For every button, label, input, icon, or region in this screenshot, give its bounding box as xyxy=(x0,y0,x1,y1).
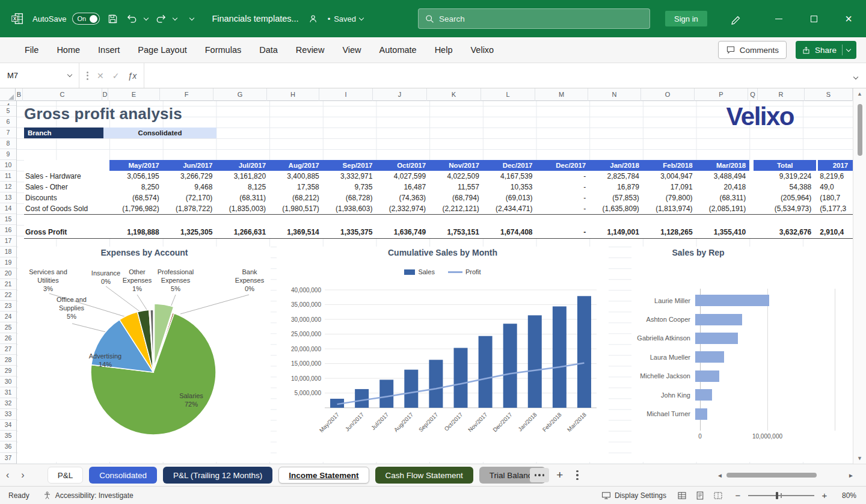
value-cell[interactable]: 1,753,151 xyxy=(429,228,483,236)
ribbon-tab-automate[interactable]: Automate xyxy=(370,37,426,63)
page-break-preview-icon[interactable] xyxy=(713,491,723,500)
zoom-out-button[interactable]: − xyxy=(734,490,742,500)
branch-value-cell[interactable]: Consolidated xyxy=(103,128,216,138)
column-header-nov-2017[interactable]: Nov/2017 xyxy=(429,160,483,171)
zoom-slider-thumb[interactable] xyxy=(776,492,778,499)
select-all-corner[interactable] xyxy=(0,88,16,101)
row-header-25[interactable]: 25 xyxy=(0,322,16,333)
sheet-tab-consolidated[interactable]: Consolidated xyxy=(89,467,157,484)
row-header-11[interactable]: 11 xyxy=(0,171,16,182)
document-title[interactable]: Financials templates... xyxy=(212,14,298,23)
row-header-13[interactable]: 13 xyxy=(0,192,16,203)
row-header-8[interactable]: 8 xyxy=(0,138,16,149)
value-cell[interactable]: 3,056,195 xyxy=(109,172,163,180)
value-cell[interactable]: (1,980,517) xyxy=(269,204,323,213)
column-header-aug-2017[interactable]: Aug/2017 xyxy=(269,160,323,171)
close-button[interactable]: × xyxy=(831,0,866,37)
share-button[interactable]: Share xyxy=(796,41,856,59)
value-cell[interactable]: (72,170) xyxy=(163,194,216,202)
value-cell[interactable]: 1,325,305 xyxy=(163,228,216,236)
inking-pen-icon[interactable] xyxy=(729,12,742,25)
column-header-H[interactable]: H xyxy=(267,88,319,101)
sheet-tab-p-l-trailing-12-months[interactable]: P&L (Trailing 12 Months) xyxy=(163,467,272,484)
column-header-dec-2017[interactable]: Dec/2017 xyxy=(536,160,590,171)
column-header-mar-2018[interactable]: Mar/2018 xyxy=(696,160,750,171)
value-cell[interactable]: 8,250 xyxy=(109,183,163,191)
row-header-18[interactable]: 18 xyxy=(0,247,16,257)
value-cell[interactable]: (68,311) xyxy=(696,194,750,202)
column-header-jan-2018[interactable]: Jan/2018 xyxy=(589,160,643,171)
value-cell[interactable]: (1,878,722) xyxy=(163,204,216,213)
column-header-2017[interactable]: 2017 xyxy=(818,160,853,171)
excel-app-icon[interactable]: X xyxy=(11,12,24,25)
quick-access-toolbar-chevron-icon[interactable] xyxy=(189,15,194,20)
total-cell[interactable]: (5,534,973) xyxy=(754,204,816,213)
horizontal-scrollbar-thumb[interactable] xyxy=(726,473,817,478)
column-header-I[interactable]: I xyxy=(319,88,373,101)
tab-bar-options-icon[interactable] xyxy=(570,470,585,481)
value-cell[interactable]: - xyxy=(536,204,590,213)
ribbon-tab-insert[interactable]: Insert xyxy=(89,37,129,63)
column-header-total[interactable]: Total xyxy=(754,160,816,171)
sheet-tab-p-l[interactable]: P&L xyxy=(48,467,84,484)
value-cell[interactable]: (57,853) xyxy=(589,194,643,202)
column-header-feb-2018[interactable]: Feb/2018 xyxy=(643,160,696,171)
value-cell[interactable]: (68,794) xyxy=(429,194,483,202)
collaborators-icon[interactable] xyxy=(307,12,321,25)
value-cell[interactable]: 9,468 xyxy=(163,183,216,191)
row-header-19[interactable]: 19 xyxy=(0,257,16,268)
value-cell[interactable]: (69,013) xyxy=(483,194,536,202)
row-header-28[interactable]: 28 xyxy=(0,355,16,366)
row-header-14[interactable]: 14 xyxy=(0,203,16,214)
scroll-right-icon[interactable]: ► xyxy=(844,472,858,479)
column-header-O[interactable]: O xyxy=(641,88,695,101)
value-cell[interactable]: 1,128,265 xyxy=(643,228,696,236)
name-box[interactable]: M7 xyxy=(0,63,79,88)
column-header-M[interactable]: M xyxy=(535,88,588,101)
ribbon-tab-data[interactable]: Data xyxy=(250,37,287,63)
row-header-15[interactable]: 15 xyxy=(0,214,16,225)
value-cell[interactable]: (68,311) xyxy=(216,194,269,202)
year-cell[interactable]: (5,177,3 xyxy=(818,204,853,213)
scroll-down-icon[interactable]: ▼ xyxy=(853,455,866,461)
value-cell[interactable]: 16,487 xyxy=(376,183,429,191)
display-settings-button[interactable]: Display Settings xyxy=(601,491,666,500)
column-header-G[interactable]: G xyxy=(213,88,267,101)
value-cell[interactable]: (68,728) xyxy=(323,194,376,202)
undo-dropdown-icon[interactable] xyxy=(144,15,149,20)
ribbon-tab-view[interactable]: View xyxy=(333,37,370,63)
value-cell[interactable]: (74,363) xyxy=(376,194,429,202)
year-cell[interactable]: 49,0 xyxy=(818,183,853,191)
value-cell[interactable]: 3,332,971 xyxy=(323,172,376,180)
ribbon-tab-review[interactable]: Review xyxy=(287,37,334,63)
column-header-K[interactable]: K xyxy=(427,88,481,101)
row-label[interactable]: Sales - Other xyxy=(24,183,109,191)
previous-sheet-icon[interactable]: ‹ xyxy=(0,470,15,481)
value-cell[interactable]: (2,212,121) xyxy=(429,204,483,213)
value-cell[interactable]: 1,335,375 xyxy=(323,228,376,236)
value-cell[interactable]: 17,358 xyxy=(269,183,323,191)
value-cell[interactable]: (1,796,982) xyxy=(109,204,163,213)
sheet-tab-income-statement[interactable]: Income Statement xyxy=(278,467,369,484)
total-cell[interactable]: (205,964) xyxy=(754,194,816,202)
row-header-7[interactable]: 7 xyxy=(0,128,16,138)
row-header-20[interactable]: 20 xyxy=(0,268,16,279)
year-cell[interactable]: 8,219,6 xyxy=(818,172,853,180)
row-header-26[interactable]: 26 xyxy=(0,333,16,344)
ribbon-tab-page-layout[interactable]: Page Layout xyxy=(129,37,195,63)
value-cell[interactable]: 9,735 xyxy=(323,183,376,191)
total-cell[interactable]: 54,388 xyxy=(754,183,816,191)
new-sheet-button[interactable]: + xyxy=(549,469,570,482)
row-label[interactable]: Cost of Goods Sold xyxy=(24,204,109,213)
branch-label-cell[interactable]: Branch xyxy=(24,128,103,138)
value-cell[interactable]: 1,636,749 xyxy=(376,228,429,236)
row-header-16[interactable]: 16 xyxy=(0,225,16,236)
page-layout-view-icon[interactable] xyxy=(695,491,705,500)
comments-button[interactable]: Comments xyxy=(718,41,787,59)
value-cell[interactable]: (2,332,974) xyxy=(376,204,429,213)
insert-function-icon[interactable]: ƒx xyxy=(127,71,137,81)
ribbon-tab-formulas[interactable]: Formulas xyxy=(196,37,250,63)
horizontal-scrollbar[interactable]: ◄ ► xyxy=(713,469,858,481)
value-cell[interactable]: 1,369,514 xyxy=(269,228,323,236)
value-cell[interactable]: 3,161,820 xyxy=(216,172,269,180)
